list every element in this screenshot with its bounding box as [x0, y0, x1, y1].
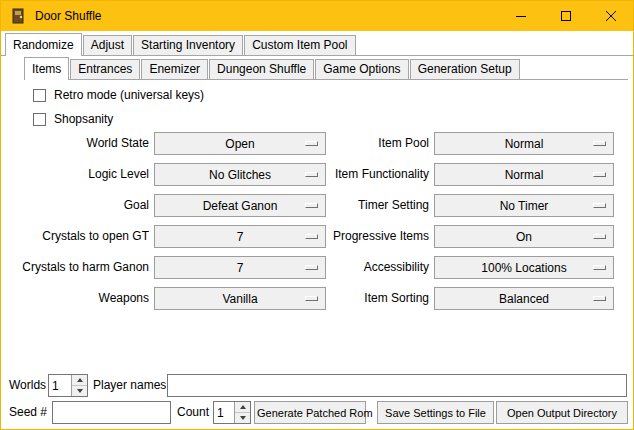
tab-items[interactable]: Items	[24, 57, 69, 80]
goal-value: Defeat Ganon	[203, 199, 278, 213]
item-functionality-dropdown[interactable]: Normal	[434, 163, 614, 186]
progressive-items-label: Progressive Items	[296, 225, 429, 248]
close-button[interactable]	[588, 1, 633, 31]
item-pool-label: Item Pool	[296, 132, 429, 155]
maximize-icon	[561, 11, 571, 21]
accessibility-dropdown[interactable]: 100% Locations	[434, 256, 614, 279]
tab-starting-inventory[interactable]: Starting Inventory	[133, 35, 243, 55]
outer-notebook-border	[1, 55, 633, 56]
weapons-label: Weapons	[9, 287, 149, 310]
tab-generation-setup[interactable]: Generation Setup	[410, 59, 520, 79]
shopsanity-checkbox[interactable]	[33, 113, 46, 126]
count-spinbox	[213, 401, 251, 424]
open-output-button[interactable]: Open Output Directory	[496, 401, 628, 424]
item-sorting-dropdown[interactable]: Balanced	[434, 287, 614, 310]
seed-label: Seed #	[9, 401, 47, 424]
minimize-icon	[516, 11, 526, 21]
worlds-input[interactable]	[49, 375, 71, 396]
goal-label: Goal	[9, 194, 149, 217]
app-icon	[10, 8, 26, 24]
crystals-gt-value: 7	[237, 230, 244, 244]
spin-up-icon[interactable]	[235, 402, 250, 413]
dropdown-indicator-icon	[593, 141, 606, 146]
player-names-label: Player names	[93, 374, 166, 397]
progressive-items-value: On	[516, 230, 532, 244]
window-controls	[498, 1, 633, 31]
tab-custom-item-pool[interactable]: Custom Item Pool	[244, 35, 355, 55]
item-pool-dropdown[interactable]: Normal	[434, 132, 614, 155]
save-settings-button[interactable]: Save Settings to File	[377, 401, 494, 424]
weapons-value: Vanilla	[222, 292, 257, 306]
crystals-gt-label: Crystals to open GT	[9, 225, 149, 248]
worlds-spin-arrows	[71, 375, 87, 396]
item-functionality-label: Item Functionality	[296, 163, 429, 186]
logic-level-value: No Glitches	[209, 168, 271, 182]
retro-mode-checkbox[interactable]	[33, 89, 46, 102]
spin-down-icon[interactable]	[72, 386, 87, 396]
tab-game-options[interactable]: Game Options	[315, 59, 408, 79]
item-pool-value: Normal	[505, 137, 544, 151]
accessibility-value: 100% Locations	[481, 261, 566, 275]
generate-rom-button[interactable]: Generate Patched Rom	[254, 401, 366, 424]
maximize-button[interactable]	[543, 1, 588, 31]
item-sorting-label: Item Sorting	[296, 287, 429, 310]
timer-setting-value: No Timer	[500, 199, 549, 213]
timer-setting-dropdown[interactable]: No Timer	[434, 194, 614, 217]
count-spin-arrows	[234, 402, 250, 423]
spin-down-icon[interactable]	[235, 413, 250, 423]
dropdown-indicator-icon	[593, 203, 606, 208]
timer-setting-label: Timer Setting	[296, 194, 429, 217]
title-bar[interactable]: Door Shuffle	[1, 1, 633, 31]
inner-tab-strip: Items Entrances Enemizer Dungeon Shuffle…	[24, 57, 521, 79]
crystals-ganon-value: 7	[237, 261, 244, 275]
logic-level-label: Logic Level	[9, 163, 149, 186]
app-window: Door Shuffle Randomize Adjust Starting I…	[0, 0, 634, 430]
close-icon	[606, 11, 616, 21]
minimize-button[interactable]	[498, 1, 543, 31]
tab-adjust[interactable]: Adjust	[83, 35, 132, 55]
window-title: Door Shuffle	[35, 9, 102, 23]
inner-notebook-border	[24, 79, 628, 80]
dropdown-indicator-icon	[593, 172, 606, 177]
shopsanity-row: Shopsanity	[33, 111, 113, 127]
accessibility-label: Accessibility	[296, 256, 429, 279]
tab-randomize[interactable]: Randomize	[5, 33, 82, 56]
count-label: Count	[177, 401, 209, 424]
count-input[interactable]	[214, 402, 234, 423]
dropdown-indicator-icon	[593, 234, 606, 239]
retro-mode-row: Retro mode (universal keys)	[33, 87, 204, 103]
retro-mode-label: Retro mode (universal keys)	[54, 88, 204, 102]
progressive-items-dropdown[interactable]: On	[434, 225, 614, 248]
seed-input[interactable]	[52, 401, 171, 424]
world-state-value: Open	[225, 137, 254, 151]
dropdown-indicator-icon	[593, 265, 606, 270]
outer-tab-strip: Randomize Adjust Starting Inventory Cust…	[5, 33, 357, 55]
world-state-label: World State	[9, 132, 149, 155]
worlds-spinbox	[48, 374, 88, 397]
item-sorting-value: Balanced	[499, 292, 549, 306]
player-names-input[interactable]	[167, 374, 627, 397]
tab-entrances[interactable]: Entrances	[70, 59, 140, 79]
tab-enemizer[interactable]: Enemizer	[141, 59, 208, 79]
dropdown-indicator-icon	[593, 296, 606, 301]
item-functionality-value: Normal	[505, 168, 544, 182]
spin-up-icon[interactable]	[72, 375, 87, 386]
shopsanity-label: Shopsanity	[54, 112, 113, 126]
tab-dungeon-shuffle[interactable]: Dungeon Shuffle	[209, 59, 314, 79]
worlds-label: Worlds	[9, 374, 46, 397]
crystals-ganon-label: Crystals to harm Ganon	[9, 256, 149, 279]
